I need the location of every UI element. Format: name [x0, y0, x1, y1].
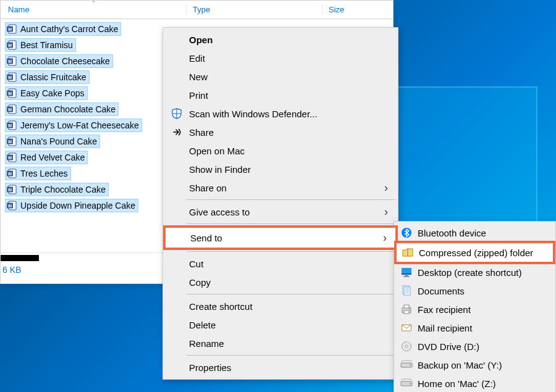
menu-item-label: Share — [189, 127, 214, 138]
menu-separator — [187, 223, 395, 224]
menu-item-share-on[interactable]: Share on› — [164, 178, 397, 197]
menu-separator — [187, 355, 395, 356]
menu-item-open[interactable]: Open — [164, 30, 397, 49]
svg-rect-55 — [404, 311, 409, 314]
word-document-icon: W — [7, 24, 17, 34]
file-name-label: Red Velvet Cake — [20, 152, 85, 162]
menu-item-scan-with-windows-defender[interactable]: Scan with Windows Defender... — [164, 104, 397, 123]
svg-text:W: W — [8, 155, 12, 159]
menu-item-open-on-mac[interactable]: Open on Mac — [164, 141, 397, 160]
menu-item-cut[interactable]: Cut — [164, 254, 397, 273]
drive-icon — [400, 359, 413, 370]
word-document-icon: W — [7, 169, 17, 178]
menu-item-create-shortcut[interactable]: Create shortcut — [164, 297, 397, 315]
menu-item-edit[interactable]: Edit — [164, 49, 397, 67]
menu-item-label: Show in Finder — [189, 164, 251, 175]
word-document-icon: W — [7, 104, 17, 114]
share-icon — [171, 126, 183, 138]
menu-item-label: Properties — [189, 362, 231, 373]
svg-rect-40 — [407, 249, 408, 250]
submenu-item-documents[interactable]: Documents — [395, 281, 554, 300]
column-name-label: Name — [8, 5, 30, 14]
submenu-item-compressed-zipped-folder[interactable]: Compressed (zipped) folder — [394, 241, 555, 264]
svg-text:W: W — [8, 27, 12, 31]
submenu-item-dvd-drive-d[interactable]: DVD Drive (D:) — [395, 337, 554, 356]
svg-text:W: W — [8, 43, 12, 47]
menu-item-copy[interactable]: Copy — [164, 273, 397, 291]
menu-separator — [187, 251, 395, 252]
menu-item-label: Print — [189, 90, 208, 101]
svg-point-63 — [410, 383, 411, 385]
column-type[interactable]: Type — [186, 5, 322, 14]
word-document-icon: W — [7, 40, 17, 50]
column-size-label: Size — [329, 5, 344, 14]
fax-icon — [400, 304, 413, 315]
column-size[interactable]: Size — [322, 5, 393, 14]
svg-text:W: W — [8, 139, 12, 143]
desktop-artwork — [377, 86, 537, 228]
submenu-item-label: Documents — [418, 286, 465, 296]
file-name-label: Aunt Cathy's Carrot Cake — [20, 24, 118, 34]
svg-text:W: W — [8, 187, 12, 191]
word-document-icon: W — [7, 72, 17, 82]
menu-item-label: Copy — [189, 277, 211, 288]
svg-rect-47 — [403, 277, 410, 277]
svg-rect-42 — [407, 252, 408, 254]
svg-rect-54 — [404, 305, 409, 308]
submenu-item-label: Backup on 'Mac' (Y:) — [418, 360, 502, 370]
submenu-item-label: Mail recipient — [418, 323, 472, 333]
svg-text:W: W — [8, 107, 12, 111]
menu-item-label: Cut — [189, 259, 203, 269]
svg-text:W: W — [8, 91, 12, 95]
svg-rect-46 — [405, 275, 408, 277]
drive-icon — [400, 378, 413, 389]
menu-item-share[interactable]: Share — [164, 123, 397, 141]
mail-icon — [400, 322, 413, 333]
submenu-item-backup-on-mac-y[interactable]: Backup on 'Mac' (Y:) — [395, 356, 554, 374]
menu-item-label: Delete — [189, 320, 216, 330]
defender-icon — [171, 107, 183, 120]
submenu-item-label: Home on 'Mac' (Z:) — [418, 378, 496, 389]
submenu-item-bluetooth-device[interactable]: Bluetooth device — [395, 223, 554, 242]
file-name-label: German Chocolate Cake — [20, 104, 116, 114]
submenu-item-mail-recipient[interactable]: Mail recipient — [395, 319, 554, 337]
file-name-label: Triple Chocolate Cake — [20, 185, 106, 194]
submenu-item-home-on-mac-z[interactable]: Home on 'Mac' (Z:) — [395, 374, 554, 392]
menu-item-give-access-to[interactable]: Give access to› — [164, 202, 397, 221]
submenu-item-desktop-create-shortcut[interactable]: Desktop (create shortcut) — [395, 263, 554, 281]
submenu-arrow-icon: › — [384, 181, 388, 194]
menu-item-rename[interactable]: Rename — [164, 334, 397, 352]
svg-point-59 — [405, 345, 408, 348]
documents-icon — [400, 285, 413, 296]
column-name[interactable]: Name ˄ — [1, 5, 186, 14]
column-headers: Name ˄ Type Size — [1, 1, 393, 19]
context-menu: OpenEditNewPrintScan with Windows Defend… — [162, 27, 398, 380]
bluetooth-icon — [400, 227, 413, 238]
word-document-icon: W — [7, 56, 17, 66]
svg-point-61 — [410, 365, 411, 366]
menu-item-label: Create shortcut — [189, 301, 253, 312]
sort-indicator-icon: ˄ — [92, 0, 95, 7]
svg-text:W: W — [8, 171, 12, 175]
menu-separator — [187, 294, 395, 294]
menu-item-label: Edit — [189, 53, 205, 64]
file-name-label: Upside Down Pineapple Cake — [20, 201, 135, 211]
menu-item-print[interactable]: Print — [164, 86, 397, 104]
menu-item-send-to[interactable]: Send to› — [163, 225, 398, 250]
word-document-icon: W — [7, 201, 17, 211]
menu-item-delete[interactable]: Delete — [164, 315, 397, 334]
menu-item-properties[interactable]: Properties — [164, 358, 397, 377]
menu-item-label: Open on Mac — [189, 146, 245, 156]
file-name-label: Easy Cake Pops — [20, 88, 85, 98]
menu-item-show-in-finder[interactable]: Show in Finder — [164, 160, 397, 178]
word-document-icon: W — [7, 88, 17, 98]
file-name-label: Nana's Pound Cake — [20, 136, 97, 146]
submenu-item-label: Desktop (create shortcut) — [418, 267, 521, 278]
submenu-item-label: Compressed (zipped) folder — [419, 248, 533, 258]
submenu-item-fax-recipient[interactable]: Fax recipient — [395, 300, 554, 319]
word-document-icon: W — [7, 185, 17, 194]
menu-item-new[interactable]: New — [164, 67, 397, 86]
file-name-label: Jeremy's Low-Fat Cheesecake — [20, 120, 139, 130]
menu-item-label: Send to — [190, 233, 222, 243]
svg-text:W: W — [8, 203, 12, 207]
